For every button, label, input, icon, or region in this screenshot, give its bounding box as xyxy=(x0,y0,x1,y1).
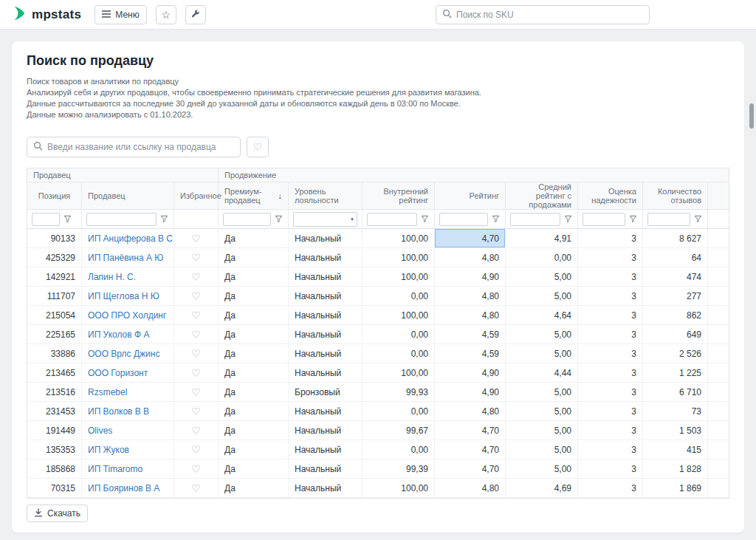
funnel-filter-icon[interactable] xyxy=(63,214,72,224)
seller-link[interactable]: ИП Щеглова Н Ю xyxy=(82,287,174,305)
position-filter-cell xyxy=(27,210,82,228)
favorite-heart-icon[interactable]: ♡ xyxy=(191,233,201,244)
column-header-favorite[interactable]: Избранное xyxy=(174,182,219,209)
funnel-filter-icon[interactable] xyxy=(563,214,573,224)
seller-link[interactable]: Лапин Н. С. xyxy=(82,267,174,286)
avg-rating-filter-input[interactable] xyxy=(510,213,560,226)
internal-rating-filter-input[interactable] xyxy=(367,213,417,226)
funnel-filter-icon[interactable] xyxy=(274,214,284,224)
rating-filter-input[interactable] xyxy=(439,213,488,226)
column-header-premium[interactable]: Премиум-продавец ↓ xyxy=(219,182,289,209)
cell-loyalty: Начальный xyxy=(289,306,362,324)
cell-premium: Да xyxy=(219,229,289,247)
cell-position: 70315 xyxy=(27,479,82,497)
sort-desc-icon[interactable]: ↓ xyxy=(278,191,283,200)
download-button[interactable]: Скачать xyxy=(27,505,88,522)
funnel-filter-icon[interactable] xyxy=(491,214,501,224)
favorite-heart-icon[interactable]: ♡ xyxy=(191,406,201,417)
cell-premium: Да xyxy=(219,267,289,286)
seller-link[interactable]: ИП Волков В В xyxy=(82,402,174,420)
scrollbar-thumb[interactable] xyxy=(749,103,754,129)
cell-favorite: ♡ xyxy=(174,383,219,401)
cell-internal-rating: 0,00 xyxy=(362,344,435,363)
cell-internal-rating: 100,00 xyxy=(362,306,435,324)
seller-link[interactable]: ИП Панёвина А Ю xyxy=(82,248,174,267)
funnel-filter-icon[interactable] xyxy=(159,214,169,224)
seller-filter-input[interactable] xyxy=(86,213,157,226)
cell-reviews: 415 xyxy=(643,440,708,459)
cell-reviews: 1 503 xyxy=(643,421,708,440)
column-header-reviews[interactable]: Количество отзывов xyxy=(643,182,708,209)
seller-link[interactable]: ООО Горизонт xyxy=(82,363,174,382)
column-header-rating[interactable]: Рейтинг xyxy=(435,182,506,209)
cell-rating: 4,90 xyxy=(435,363,506,382)
favorite-filter-cell xyxy=(174,210,219,228)
logo[interactable]: mpstats xyxy=(12,5,81,24)
seller-link[interactable]: ООО ПРО Холдинг xyxy=(82,306,174,324)
loyalty-filter-select[interactable] xyxy=(293,212,357,227)
cell-avg-rating-sales: 4,91 xyxy=(506,229,578,247)
cell-reviews: 6 710 xyxy=(643,383,708,401)
cell-premium: Да xyxy=(219,363,289,382)
position-filter-input[interactable] xyxy=(32,213,60,226)
favorite-heart-icon[interactable]: ♡ xyxy=(191,349,201,359)
cell-avg-rating-sales: 4,69 xyxy=(506,479,578,497)
table-body: 90133 ИП Анциферова В С ♡ Да Начальный 1… xyxy=(27,229,729,498)
cell-premium: Да xyxy=(219,306,289,324)
seller-search-input[interactable] xyxy=(47,142,234,152)
favorite-heart-icon[interactable]: ♡ xyxy=(191,464,201,474)
cell-rating: 4,59 xyxy=(435,325,506,344)
favorite-heart-icon[interactable]: ♡ xyxy=(191,368,201,378)
favorite-heart-icon[interactable]: ♡ xyxy=(191,272,201,282)
menu-button[interactable]: Меню xyxy=(94,5,146,24)
cell-loyalty: Бронзовый xyxy=(289,383,362,401)
reviews-filter-input[interactable] xyxy=(647,213,690,226)
cell-loyalty: Начальный xyxy=(289,229,362,247)
seller-link[interactable]: ИП Timaromo xyxy=(82,459,174,478)
favorite-heart-icon[interactable]: ♡ xyxy=(191,425,201,436)
seller-link[interactable]: ИП Бояринов В А xyxy=(82,479,174,497)
favorite-heart-icon[interactable]: ♡ xyxy=(191,329,201,340)
column-header-loyalty[interactable]: Уровень лояльности xyxy=(289,182,362,209)
column-header-avg-rating-sales[interactable]: Средний рейтинг с продажами xyxy=(506,182,578,209)
seller-link[interactable]: ИП Жуков xyxy=(82,440,174,459)
cell-avg-rating-sales: 5,00 xyxy=(506,459,578,478)
funnel-filter-icon[interactable] xyxy=(628,214,638,224)
favorites-filter-button[interactable]: ♡ xyxy=(247,137,269,157)
column-header-reliability[interactable]: Оценка надежности xyxy=(578,182,643,209)
cell-reviews: 1 828 xyxy=(643,459,708,478)
cell-reviews: 1 869 xyxy=(643,479,708,497)
favorite-heart-icon[interactable]: ♡ xyxy=(191,483,201,493)
table-row: 185868 ИП Timaromo ♡ Да Начальный 99,39 … xyxy=(27,459,729,479)
funnel-filter-icon[interactable] xyxy=(420,214,430,224)
premium-filter-input[interactable] xyxy=(223,213,271,226)
cell-favorite: ♡ xyxy=(174,459,219,478)
reliability-filter-input[interactable] xyxy=(583,213,625,226)
favorite-heart-icon[interactable]: ♡ xyxy=(191,310,201,321)
favorites-star-button[interactable]: ☆ xyxy=(156,5,176,24)
table-row: 90133 ИП Анциферова В С ♡ Да Начальный 1… xyxy=(27,229,729,248)
seller-link[interactable]: ИП Уколов Ф А xyxy=(82,325,174,344)
cell-rating: 4,80 xyxy=(435,306,506,324)
favorite-heart-icon[interactable]: ♡ xyxy=(191,387,201,397)
cell-reliability: 3 xyxy=(578,383,643,401)
seller-link[interactable]: Rzsmebel xyxy=(82,383,174,401)
cell-favorite: ♡ xyxy=(174,421,219,440)
seller-link[interactable]: ИП Анциферова В С xyxy=(82,229,174,247)
cell-favorite: ♡ xyxy=(174,229,219,247)
tools-button[interactable] xyxy=(185,5,206,24)
cell-avg-rating-sales: 5,00 xyxy=(506,344,578,363)
search-icon xyxy=(442,8,452,21)
column-header-seller[interactable]: Продавец xyxy=(82,182,174,209)
sku-search-input[interactable] xyxy=(456,10,643,20)
column-header-internal-rating[interactable]: Внутренний рейтинг xyxy=(362,182,435,209)
cell-reviews: 73 xyxy=(643,402,708,420)
favorite-heart-icon[interactable]: ♡ xyxy=(191,291,201,301)
favorite-heart-icon[interactable]: ♡ xyxy=(191,253,201,263)
column-header-position[interactable]: Позиция xyxy=(27,182,82,209)
seller-link[interactable]: ООО Врлс Джинс xyxy=(82,344,174,363)
seller-link[interactable]: Olives xyxy=(82,421,174,440)
menu-button-label: Меню xyxy=(115,10,139,20)
favorite-heart-icon[interactable]: ♡ xyxy=(191,445,201,455)
funnel-filter-icon[interactable] xyxy=(693,214,703,224)
